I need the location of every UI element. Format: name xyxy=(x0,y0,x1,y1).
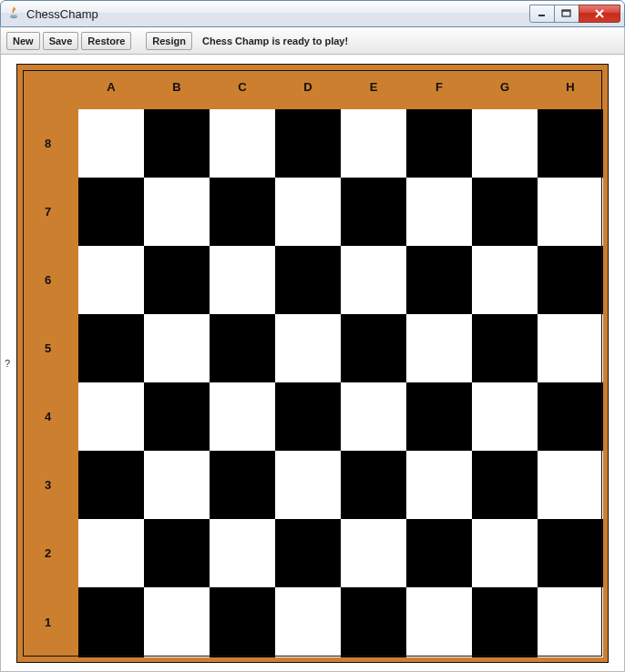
board-square[interactable] xyxy=(538,519,603,587)
rank-label: 4 xyxy=(17,382,78,451)
rank-label: 8 xyxy=(17,109,78,178)
board-square[interactable] xyxy=(275,451,341,519)
board-square[interactable] xyxy=(275,519,341,587)
save-button[interactable]: Save xyxy=(43,32,79,50)
board-square[interactable] xyxy=(341,314,406,382)
board-square[interactable] xyxy=(472,246,538,314)
board-square[interactable] xyxy=(210,382,275,451)
board-square[interactable] xyxy=(538,382,603,451)
board-square[interactable] xyxy=(406,451,472,519)
board-square[interactable] xyxy=(472,314,538,382)
board-square[interactable] xyxy=(144,587,210,657)
board-square[interactable] xyxy=(406,109,472,178)
file-labels-row: A B C D E F G H xyxy=(17,65,608,109)
board-square[interactable] xyxy=(406,587,472,657)
board-square[interactable] xyxy=(406,314,472,382)
rank-row: 6 xyxy=(17,246,608,314)
rank-row: 2 xyxy=(17,519,608,587)
file-label: D xyxy=(275,65,341,109)
board-square[interactable] xyxy=(341,178,406,246)
rank-label: 5 xyxy=(17,314,78,382)
board-square[interactable] xyxy=(275,246,341,314)
close-button[interactable] xyxy=(579,5,620,23)
rank-label: 1 xyxy=(17,587,78,657)
board-square[interactable] xyxy=(78,382,144,451)
file-label: B xyxy=(144,65,210,109)
board-square[interactable] xyxy=(341,451,406,519)
board-square[interactable] xyxy=(538,109,603,178)
file-label: H xyxy=(538,65,603,109)
minimize-button[interactable] xyxy=(529,5,555,23)
board-square[interactable] xyxy=(78,109,144,178)
board-square[interactable] xyxy=(144,314,210,382)
board-square[interactable] xyxy=(406,178,472,246)
board-square[interactable] xyxy=(472,382,538,451)
board-square[interactable] xyxy=(210,451,275,519)
board-square[interactable] xyxy=(275,109,341,178)
board-square[interactable] xyxy=(275,587,341,657)
rank-row: 4 xyxy=(17,382,608,451)
board-square[interactable] xyxy=(210,246,275,314)
file-label: F xyxy=(406,65,472,109)
file-label: A xyxy=(78,65,144,109)
board-square[interactable] xyxy=(144,519,210,587)
file-label: E xyxy=(341,65,406,109)
board-square[interactable] xyxy=(78,246,144,314)
restore-button[interactable]: Restore xyxy=(81,32,131,50)
board-square[interactable] xyxy=(341,382,406,451)
rank-label: 7 xyxy=(17,178,78,246)
board-square[interactable] xyxy=(78,519,144,587)
board-square[interactable] xyxy=(472,519,538,587)
board-square[interactable] xyxy=(78,314,144,382)
rank-label: 3 xyxy=(17,451,78,519)
rank-row: 8 xyxy=(17,109,608,178)
board-square[interactable] xyxy=(144,178,210,246)
board-square[interactable] xyxy=(538,587,603,657)
board-square[interactable] xyxy=(275,314,341,382)
board-square[interactable] xyxy=(341,587,406,657)
board-square[interactable] xyxy=(341,519,406,587)
rank-row: 3 xyxy=(17,451,608,519)
board-square[interactable] xyxy=(472,109,538,178)
board-square[interactable] xyxy=(275,382,341,451)
board-square[interactable] xyxy=(406,382,472,451)
board-square[interactable] xyxy=(341,109,406,178)
rank-row: 7 xyxy=(17,178,608,246)
rank-row: 5 xyxy=(17,314,608,382)
board-square[interactable] xyxy=(406,519,472,587)
board-square[interactable] xyxy=(472,178,538,246)
file-label: G xyxy=(472,65,538,109)
board-square[interactable] xyxy=(538,178,603,246)
rank-label: 2 xyxy=(17,519,78,587)
question-mark-icon: ? xyxy=(5,358,10,369)
maximize-button[interactable] xyxy=(554,5,579,23)
rank-row: 1 xyxy=(17,587,608,657)
new-button[interactable]: New xyxy=(6,32,40,50)
board-square[interactable] xyxy=(406,246,472,314)
window-buttons xyxy=(530,5,620,23)
rank-label: 6 xyxy=(17,246,78,314)
board-square[interactable] xyxy=(78,178,144,246)
board-square[interactable] xyxy=(210,109,275,178)
board-square[interactable] xyxy=(78,587,144,657)
board-square[interactable] xyxy=(210,587,275,657)
board-square[interactable] xyxy=(275,178,341,246)
resign-button[interactable]: Resign xyxy=(146,32,192,50)
board-square[interactable] xyxy=(210,519,275,587)
window-title: ChessChamp xyxy=(26,7,530,21)
board-square[interactable] xyxy=(144,382,210,451)
file-label: C xyxy=(210,65,275,109)
board-square[interactable] xyxy=(472,587,538,657)
board-square[interactable] xyxy=(472,451,538,519)
board-square[interactable] xyxy=(144,246,210,314)
board-square[interactable] xyxy=(210,314,275,382)
java-icon xyxy=(6,6,21,21)
board-square[interactable] xyxy=(341,246,406,314)
board-square[interactable] xyxy=(538,314,603,382)
board-square[interactable] xyxy=(78,451,144,519)
board-square[interactable] xyxy=(144,109,210,178)
board-square[interactable] xyxy=(210,178,275,246)
board-square[interactable] xyxy=(538,246,603,314)
board-square[interactable] xyxy=(144,451,210,519)
board-square[interactable] xyxy=(538,451,603,519)
